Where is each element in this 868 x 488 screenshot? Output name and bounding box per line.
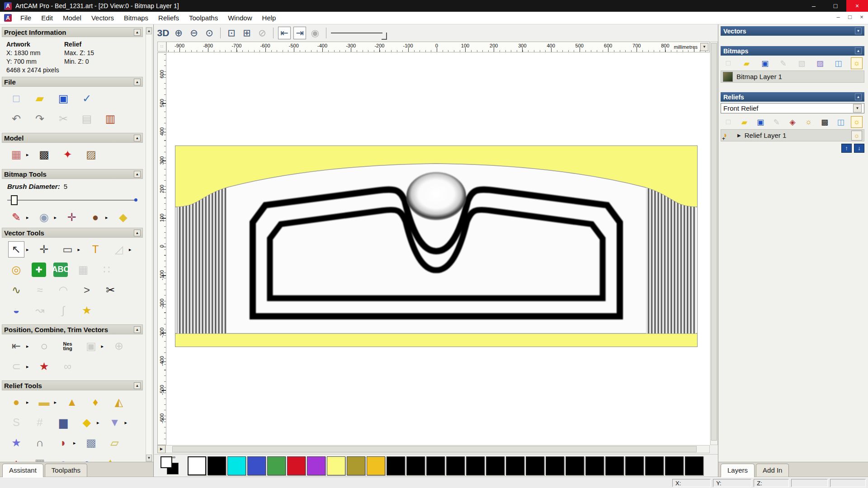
- palette-swatch-black-11[interactable]: [566, 456, 584, 475]
- palette-swatch-purple[interactable]: [307, 456, 326, 475]
- toggle-all-reliefs-icon[interactable]: ☼: [851, 116, 863, 128]
- view-3d-button[interactable]: 3D: [157, 27, 170, 39]
- current-colour-indicator[interactable]: ∞: [160, 456, 181, 475]
- node-editing-icon[interactable]: ✚: [32, 263, 46, 277]
- save-model-icon[interactable]: ▣: [55, 90, 71, 107]
- palette-swatch-blue[interactable]: [247, 456, 266, 475]
- add-relief-icon[interactable]: ♦: [87, 394, 104, 410]
- palette-swatch-black[interactable]: [208, 456, 226, 475]
- palette-swatch-green[interactable]: [267, 456, 286, 475]
- palette-swatch-black-3[interactable]: [406, 456, 425, 475]
- tab-toolpaths[interactable]: Toolpaths: [45, 464, 87, 477]
- delete-relief-layer-icon[interactable]: ◫: [835, 116, 847, 128]
- flyout-arrow-icon[interactable]: ▸: [26, 152, 29, 158]
- dropdown-arrow-icon[interactable]: ▼: [853, 104, 862, 113]
- open-relief-layer-icon[interactable]: ▰: [739, 116, 750, 128]
- transform-vectors-icon[interactable]: ✛: [36, 241, 52, 258]
- collapse-reliefs-icon[interactable]: ▲: [855, 94, 862, 100]
- undo-icon[interactable]: ↶: [8, 111, 24, 127]
- collapse-icon[interactable]: ▲: [134, 135, 141, 141]
- delete-bitmap-layer-icon[interactable]: ◫: [832, 57, 844, 69]
- flyout-arrow-icon[interactable]: ▸: [125, 420, 127, 426]
- copy-relief-icon[interactable]: ◭: [111, 394, 127, 410]
- redo-icon[interactable]: ↷: [32, 111, 48, 127]
- toggle-all-bitmaps-icon[interactable]: ☼: [851, 57, 863, 69]
- create-text-icon[interactable]: T: [87, 241, 104, 258]
- zero-plane-icon[interactable]: ▬: [36, 394, 52, 410]
- line-style-sample[interactable]: [331, 28, 389, 38]
- arrow-keys-move-icon[interactable]: >: [79, 282, 95, 298]
- flyout-arrow-icon[interactable]: ▸: [54, 399, 57, 405]
- stamp-relief-icon[interactable]: ◆: [79, 414, 95, 431]
- text-on-curve-icon[interactable]: ◌: [36, 338, 52, 354]
- menu-item-model[interactable]: Model: [58, 12, 86, 23]
- palette-swatch-white[interactable]: [188, 456, 206, 475]
- primary-colour-swatch[interactable]: [160, 456, 172, 468]
- menu-item-toolpaths[interactable]: Toolpaths: [184, 12, 223, 23]
- canvas-horizontal-scrollbar[interactable]: ▶: [157, 445, 710, 453]
- create-rectangle-icon[interactable]: ▭: [60, 241, 76, 258]
- greyscale-relief-icon[interactable]: ▩: [819, 116, 830, 128]
- zoom-fit-icon[interactable]: ⊞: [241, 27, 253, 39]
- scroll-up-icon[interactable]: ▲: [146, 28, 152, 34]
- palette-swatch-black-16[interactable]: [665, 456, 684, 475]
- zoom-in-icon[interactable]: ⊕: [172, 27, 185, 39]
- flood-fill-icon[interactable]: ◉: [36, 209, 52, 225]
- trim-vectors-icon[interactable]: ✂: [102, 282, 118, 298]
- flyout-arrow-icon[interactable]: ▸: [129, 247, 132, 253]
- colour-picker-icon[interactable]: ✛: [64, 209, 80, 225]
- flyout-arrow-icon[interactable]: ▸: [101, 343, 104, 349]
- new-model-icon[interactable]: □: [8, 90, 24, 107]
- vector-texture-icon[interactable]: ★: [36, 358, 52, 375]
- smooth-relief-icon[interactable]: ▲: [64, 394, 80, 410]
- layer-visibility-bulb-icon[interactable]: ☼: [851, 131, 862, 141]
- mdi-restore-icon[interactable]: □: [846, 14, 854, 20]
- menu-item-vectors[interactable]: Vectors: [86, 12, 119, 23]
- bitmap-layer-row[interactable]: Bitmap Layer 1: [721, 70, 864, 83]
- minimize-button[interactable]: –: [803, 0, 825, 12]
- move-layer-down-icon[interactable]: ↓: [854, 144, 864, 153]
- palette-swatch-black-9[interactable]: [526, 456, 544, 475]
- load-bitmap-icon[interactable]: ▨: [83, 146, 99, 163]
- palette-swatch-olive[interactable]: [347, 456, 365, 475]
- mdi-minimize-icon[interactable]: –: [835, 14, 842, 20]
- collapse-icon[interactable]: ▲: [134, 230, 141, 236]
- model-options-icon[interactable]: ✓: [79, 90, 95, 107]
- palette-swatch-red[interactable]: [287, 456, 306, 475]
- palette-swatch-black-8[interactable]: [506, 456, 524, 475]
- merge-relief-icon[interactable]: ◈: [787, 116, 798, 128]
- two-rail-sweep-icon[interactable]: ∩: [32, 435, 48, 451]
- greyscale-from-model-icon[interactable]: ▩: [36, 146, 52, 163]
- palette-swatch-cyan[interactable]: [227, 456, 246, 475]
- slider-handle[interactable]: [11, 195, 18, 205]
- scroll-right-icon[interactable]: ▶: [157, 445, 165, 453]
- scrollbar-thumb[interactable]: [172, 446, 697, 452]
- set-model-size-icon[interactable]: ▦: [8, 146, 24, 163]
- toggle-vector-view-icon[interactable]: ⇥: [293, 27, 306, 39]
- palette-swatch-black-17[interactable]: [685, 456, 703, 475]
- menu-item-bitmaps[interactable]: Bitmaps: [119, 12, 153, 23]
- palette-swatch-pale-yellow[interactable]: [327, 456, 345, 475]
- palette-swatch-black-5[interactable]: [446, 456, 465, 475]
- nesting-icon[interactable]: Nes ting: [60, 338, 76, 354]
- tab-layers[interactable]: Layers: [721, 464, 755, 477]
- zoom-box-icon[interactable]: ⊡: [225, 27, 238, 39]
- offset-relief-icon[interactable]: ▱: [107, 435, 123, 451]
- ruler-units-dropdown[interactable]: ▼: [700, 43, 708, 51]
- palette-swatch-black-14[interactable]: [625, 456, 644, 475]
- canvas-vertical-scrollbar[interactable]: [710, 42, 718, 445]
- palette-swatch-gold[interactable]: [367, 456, 385, 475]
- tab-add-in[interactable]: Add In: [756, 464, 789, 477]
- palette-swatch-black-13[interactable]: [605, 456, 624, 475]
- model-lighting-icon[interactable]: ✦: [60, 146, 76, 163]
- scrollbar-track[interactable]: [165, 445, 710, 453]
- collapse-icon[interactable]: ▲: [134, 382, 141, 389]
- relief-from-image-icon[interactable]: ▆: [55, 414, 71, 431]
- collapse-icon[interactable]: ▲: [134, 171, 141, 178]
- move-layer-up-icon[interactable]: ↑: [841, 144, 852, 153]
- maximize-button[interactable]: □: [825, 0, 846, 12]
- palette-swatch-black-12[interactable]: [585, 456, 604, 475]
- drawing-canvas[interactable]: [166, 52, 710, 445]
- paste-relief-icon[interactable]: ▼: [107, 414, 123, 431]
- bitmap-to-layer-icon[interactable]: ▨: [814, 57, 826, 69]
